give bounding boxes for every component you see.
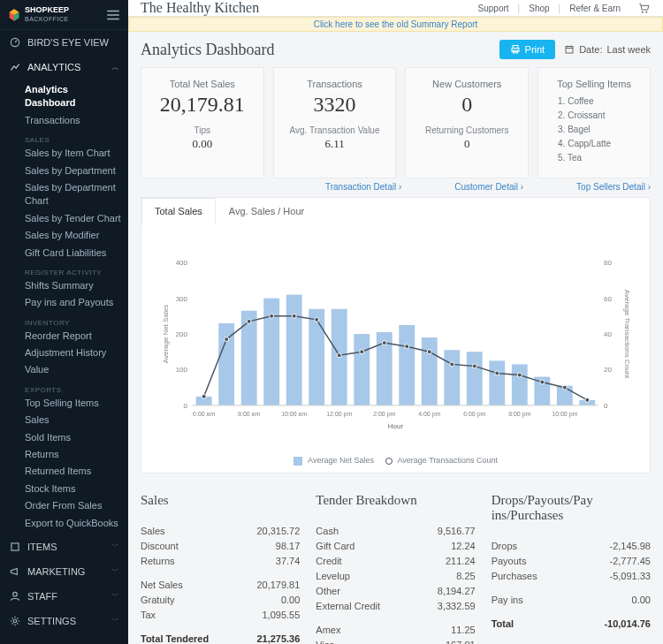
sidebar-sub-tenderchart[interactable]: Sales by Tender Chart [25, 210, 121, 227]
breakdown-title: Sales [141, 493, 300, 508]
stat-value: 0 [415, 93, 519, 117]
sidebar-sub-qb[interactable]: Export to QuickBooks [25, 515, 121, 532]
sidebar-sub-sales[interactable]: Sales [25, 412, 121, 428]
sidebar-sub-dashboard[interactable]: Analytics Dashboard [25, 81, 121, 112]
bd-key: Cash [316, 524, 438, 539]
stat-value: 3320 [283, 93, 387, 117]
top-item-name: Capp/Latte [568, 139, 611, 148]
menu-toggle-icon[interactable] [105, 7, 121, 23]
sidebar-sub-reorder[interactable]: Reorder Report [25, 328, 121, 345]
page-title: Analytics Dashboard [141, 41, 274, 59]
sidebar-item-settings[interactable]: SETTINGS ﹀ [0, 609, 128, 633]
sidebar-sub-deptchart[interactable]: Sales by Department Chart [25, 179, 121, 210]
brand-logo[interactable]: SHOPKEEPBACKOFFICE [7, 6, 69, 23]
stat-subvalue: 0.00 [150, 137, 255, 151]
bd-val: 20,315.72 [256, 524, 300, 539]
chevron-up-icon: ︿ [111, 62, 119, 73]
topbar-link-refer[interactable]: Refer & Earn [569, 4, 621, 13]
svg-text:Hour: Hour [388, 422, 404, 430]
svg-text:100: 100 [176, 366, 188, 374]
bd-val: 98.17 [276, 539, 301, 554]
svg-point-3 [13, 619, 17, 623]
legacy-report-banner: Click here to see the old Summary Report [128, 17, 663, 32]
svg-text:40: 40 [604, 330, 612, 338]
sidebar-sub-sold[interactable]: Sold Items [25, 429, 121, 446]
sidebar-item-marketing[interactable]: MARKETING ﹀ [0, 559, 128, 584]
sidebar-label: SETTINGS [27, 616, 76, 626]
svg-text:60: 60 [604, 295, 612, 303]
breakdown-title: Drops/Payouts/Pay ins/Purchases [492, 493, 651, 523]
svg-point-2 [13, 592, 18, 596]
sidebar-sub-payins[interactable]: Pay ins and Payouts [25, 294, 121, 311]
sidebar-sub-returned[interactable]: Returned Items [25, 463, 121, 480]
svg-rect-32 [422, 337, 438, 405]
sidebar-sub-stock[interactable]: Stock Items [25, 481, 121, 497]
sidebar-item-items[interactable]: ITEMS ﹀ [0, 534, 128, 559]
sidebar-label: ANALYTICS [27, 62, 80, 72]
svg-text:200: 200 [176, 330, 188, 338]
print-button[interactable]: Print [499, 40, 556, 59]
stat-card-net-sales: Total Net Sales 20,179.81 Tips 0.00 [141, 67, 264, 178]
sidebar-sub-shifts[interactable]: Shifts Summary [25, 277, 121, 294]
breakdown-tender: Tender Breakdown Cash9,516.77 Gift Card1… [316, 493, 475, 644]
tab-avg-sales[interactable]: Avg. Sales / Hour [216, 198, 317, 224]
sidebar-item-analytics[interactable]: ANALYTICS ︿ [0, 55, 128, 80]
print-icon [510, 44, 521, 55]
bd-val: 11.25 [451, 623, 476, 638]
svg-point-64 [495, 371, 499, 375]
topbar-link-support[interactable]: Support [478, 4, 509, 13]
svg-rect-29 [354, 334, 370, 405]
sidebar-sub-itemchart[interactable]: Sales by Item Chart [25, 145, 121, 162]
svg-point-68 [585, 398, 590, 402]
gear-icon [9, 615, 21, 627]
link-topsellers-detail[interactable]: Top Sellers Detail › [576, 182, 651, 192]
sidebar-sub-topselling[interactable]: Top Selling Items [25, 395, 121, 412]
stat-value: 20,179.81 [150, 93, 255, 117]
sidebar-group-inventory: INVENTORY [25, 319, 121, 327]
bd-val: 0.00 [281, 593, 300, 608]
sidebar-group-register: REGISTER ACTIVITY [25, 269, 121, 277]
sidebar-item-birds-eye[interactable]: BIRD'S EYE VIEW [0, 30, 128, 55]
stat-label: New Customers [415, 79, 519, 89]
date-range-picker[interactable]: Date: Last week [564, 44, 651, 55]
cart-icon[interactable] [636, 1, 651, 15]
bd-val: -10,014.76 [604, 617, 651, 632]
sales-chart-panel: Total Sales Avg. Sales / Hour 0100200300… [141, 197, 651, 474]
svg-rect-31 [399, 325, 415, 405]
sidebar-item-staff[interactable]: STAFF ﹀ [0, 584, 128, 609]
bd-key: Total Tendered [141, 632, 256, 644]
bd-key: Other [316, 584, 438, 599]
bd-key: Pay ins [492, 593, 632, 608]
sidebar-sub-transactions[interactable]: Transactions [25, 112, 121, 129]
svg-point-55 [292, 314, 296, 318]
sidebar-sub-giftcard[interactable]: Gift Card Liabilities [25, 245, 121, 261]
bd-val: 167.81 [446, 638, 476, 644]
brand-name: SHOPKEEP [25, 6, 69, 14]
sidebar-sub-returns[interactable]: Returns [25, 446, 121, 463]
analytics-icon [9, 61, 21, 73]
svg-point-5 [645, 11, 647, 13]
sidebar-sub-modifier[interactable]: Sales by Modifier [25, 227, 121, 244]
tab-total-sales[interactable]: Total Sales [141, 198, 216, 225]
topbar-link-shop[interactable]: Shop [529, 4, 549, 13]
bd-key: Gratuity [141, 593, 281, 608]
link-transaction-detail[interactable]: Transaction Detail › [325, 182, 401, 192]
topbar: The Healthy Kitchen Support| Shop| Refer… [128, 0, 663, 17]
dashboard-icon [9, 36, 21, 49]
svg-rect-24 [241, 311, 257, 405]
svg-text:0: 0 [183, 402, 187, 410]
chevron-down-icon: ﹀ [111, 541, 119, 552]
sidebar-sub-value[interactable]: Value [25, 361, 121, 378]
sidebar-sub-department[interactable]: Sales by Department [25, 163, 121, 179]
bd-key: Amex [316, 623, 451, 638]
sidebar-sub-orderfrom[interactable]: Order From Sales [25, 497, 121, 514]
sidebar-label: BIRD'S EYE VIEW [27, 37, 109, 48]
sidebar-label: STAFF [27, 591, 57, 602]
date-value: Last week [606, 44, 651, 55]
legacy-report-link[interactable]: Click here to see the old Summary Report [314, 19, 478, 29]
legend-label-line: Average Transactions Count [398, 456, 498, 465]
sidebar-sub-adjust[interactable]: Adjustment History [25, 345, 121, 361]
link-customer-detail[interactable]: Customer Detail › [454, 182, 523, 192]
svg-point-56 [315, 317, 319, 322]
megaphone-icon [9, 565, 21, 578]
